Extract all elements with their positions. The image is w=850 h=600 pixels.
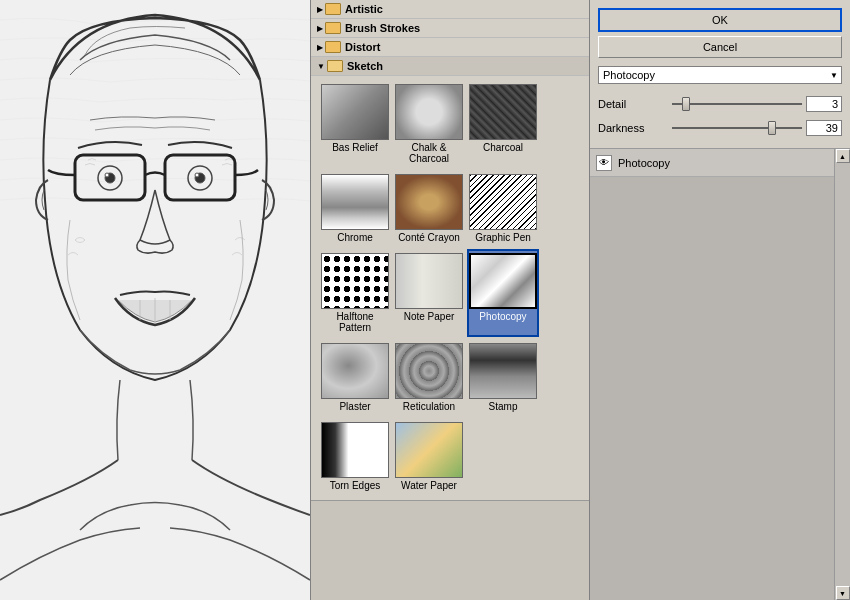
brush-strokes-label: Brush Strokes — [345, 22, 420, 34]
filter-item-graphic-pen[interactable]: Graphic Pen — [467, 170, 539, 247]
preview-image — [0, 0, 310, 600]
filter-panel-bottom — [311, 500, 589, 600]
filter-panel: ▶ Artistic ▶ Brush Strokes ▶ Distort ▼ S… — [310, 0, 590, 600]
detail-value[interactable] — [806, 96, 842, 112]
sketch-label: Sketch — [347, 60, 383, 72]
filter-thumbnail-graphic-pen — [469, 174, 537, 230]
filter-name-photocopy: Photocopy — [479, 311, 526, 322]
distort-folder-icon — [325, 41, 341, 53]
category-artistic[interactable]: ▶ Artistic — [311, 0, 589, 19]
detail-slider[interactable] — [672, 96, 802, 112]
filter-item-water-paper[interactable]: Water Paper — [393, 418, 465, 495]
detail-param-row: Detail — [590, 92, 850, 116]
filter-thumbnail-chrome — [321, 174, 389, 230]
filter-item-reticulation[interactable]: Reticulation — [393, 339, 465, 416]
category-brush-strokes[interactable]: ▶ Brush Strokes — [311, 19, 589, 38]
artistic-arrow: ▶ — [317, 5, 323, 14]
filter-name-water-paper: Water Paper — [401, 480, 457, 491]
filter-thumbnail-note-paper — [395, 253, 463, 309]
filter-thumbnail-water-paper — [395, 422, 463, 478]
filter-thumbnail-torn-edges — [321, 422, 389, 478]
filter-name-conte-crayon: Conté Crayon — [398, 232, 460, 243]
filter-thumbnail-stamp — [469, 343, 537, 399]
darkness-label: Darkness — [598, 122, 668, 134]
filter-item-chrome[interactable]: Chrome — [319, 170, 391, 247]
filter-name-graphic-pen: Graphic Pen — [475, 232, 531, 243]
category-sketch[interactable]: ▼ Sketch — [311, 57, 589, 76]
filter-name-note-paper: Note Paper — [404, 311, 455, 322]
filter-thumbnail-photocopy — [469, 253, 537, 309]
filter-item-charcoal[interactable]: Charcoal — [467, 80, 539, 168]
effect-selector: PhotocopyBas ReliefChalk & CharcoalCharc… — [598, 66, 842, 84]
filter-name-torn-edges: Torn Edges — [330, 480, 381, 491]
button-row: OK Cancel — [590, 0, 850, 66]
scroll-up-button[interactable]: ▲ — [836, 149, 850, 163]
brush-strokes-folder-icon — [325, 22, 341, 34]
layer-row-photocopy[interactable]: 👁 Photocopy — [590, 149, 834, 177]
controls-panel: OK Cancel PhotocopyBas ReliefChalk & Cha… — [590, 0, 850, 600]
effect-select[interactable]: PhotocopyBas ReliefChalk & CharcoalCharc… — [598, 66, 842, 84]
filter-item-halftone-pattern[interactable]: Halftone Pattern — [319, 249, 391, 337]
filter-name-plaster: Plaster — [339, 401, 370, 412]
distort-label: Distort — [345, 41, 380, 53]
svg-point-7 — [105, 173, 109, 177]
filter-item-chalk-charcoal[interactable]: Chalk & Charcoal — [393, 80, 465, 168]
artistic-label: Artistic — [345, 3, 383, 15]
filter-item-photocopy[interactable]: Photocopy — [467, 249, 539, 337]
sketch-folder-icon — [327, 60, 343, 72]
darkness-param-row: Darkness — [590, 116, 850, 140]
sketch-arrow: ▼ — [317, 62, 325, 71]
filter-item-bas-relief[interactable]: Bas Relief — [319, 80, 391, 168]
distort-arrow: ▶ — [317, 43, 323, 52]
cancel-button[interactable]: Cancel — [598, 36, 842, 58]
darkness-slider-track — [672, 127, 802, 129]
layers-section: 👁 Photocopy ▲ ▼ — [590, 148, 850, 600]
filter-thumbnail-charcoal — [469, 84, 537, 140]
layer-name: Photocopy — [618, 157, 828, 169]
filter-list: ▶ Artistic ▶ Brush Strokes ▶ Distort ▼ S… — [311, 0, 589, 500]
layers-list: 👁 Photocopy — [590, 149, 834, 600]
filter-thumbnail-conte-crayon — [395, 174, 463, 230]
eye-icon: 👁 — [599, 157, 609, 168]
darkness-value[interactable] — [806, 120, 842, 136]
filter-name-halftone-pattern: Halftone Pattern — [323, 311, 387, 333]
detail-slider-track — [672, 103, 802, 105]
filter-item-note-paper[interactable]: Note Paper — [393, 249, 465, 337]
ok-button[interactable]: OK — [598, 8, 842, 32]
darkness-slider-thumb[interactable] — [768, 121, 776, 135]
detail-slider-thumb[interactable] — [682, 97, 690, 111]
filter-thumbnail-plaster — [321, 343, 389, 399]
layers-scrollbar: ▲ ▼ — [834, 149, 850, 600]
filter-name-bas-relief: Bas Relief — [332, 142, 378, 153]
filter-name-chalk-charcoal: Chalk & Charcoal — [397, 142, 461, 164]
svg-point-8 — [195, 173, 199, 177]
brush-strokes-arrow: ▶ — [317, 24, 323, 33]
filter-name-charcoal: Charcoal — [483, 142, 523, 153]
filter-name-chrome: Chrome — [337, 232, 373, 243]
darkness-slider[interactable] — [672, 120, 802, 136]
filter-thumbnail-halftone-pattern — [321, 253, 389, 309]
filter-thumbnail-reticulation — [395, 343, 463, 399]
filter-item-torn-edges[interactable]: Torn Edges — [319, 418, 391, 495]
detail-label: Detail — [598, 98, 668, 110]
filter-thumbnail-chalk-charcoal — [395, 84, 463, 140]
filter-thumbnail-bas-relief — [321, 84, 389, 140]
preview-area — [0, 0, 310, 600]
filter-name-stamp: Stamp — [489, 401, 518, 412]
filter-item-plaster[interactable]: Plaster — [319, 339, 391, 416]
filter-item-conte-crayon[interactable]: Conté Crayon — [393, 170, 465, 247]
sketch-filter-grid: Bas ReliefChalk & CharcoalCharcoalChrome… — [311, 76, 589, 499]
effect-select-wrapper: PhotocopyBas ReliefChalk & CharcoalCharc… — [598, 66, 842, 84]
filter-name-reticulation: Reticulation — [403, 401, 455, 412]
category-distort[interactable]: ▶ Distort — [311, 38, 589, 57]
filter-item-stamp[interactable]: Stamp — [467, 339, 539, 416]
scroll-down-button[interactable]: ▼ — [836, 586, 850, 600]
artistic-folder-icon — [325, 3, 341, 15]
layer-visible-icon[interactable]: 👁 — [596, 155, 612, 171]
